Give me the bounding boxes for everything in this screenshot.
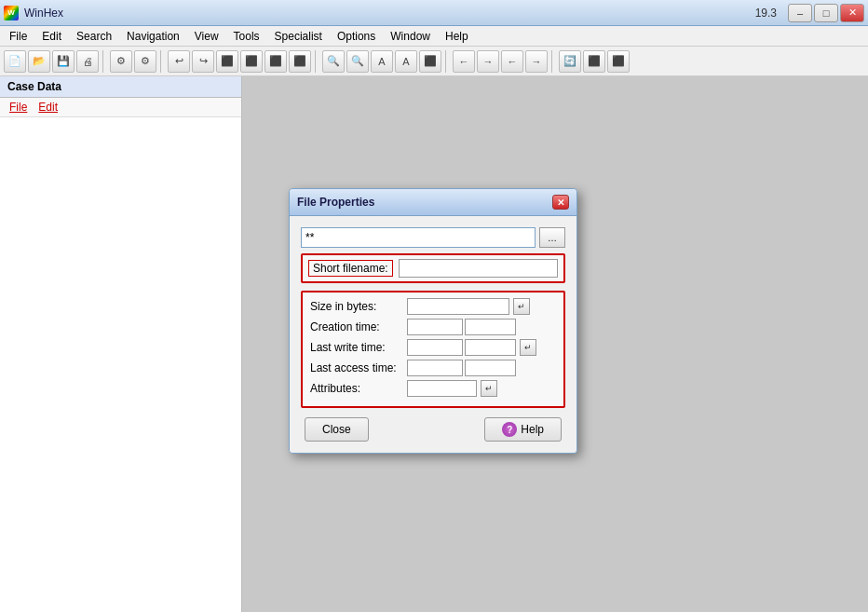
menu-bar: File Edit Search Navigation View Tools S… bbox=[0, 26, 868, 47]
size-edit-button[interactable]: ↵ bbox=[513, 298, 530, 315]
sidebar-menu: File Edit bbox=[0, 98, 241, 117]
size-input[interactable] bbox=[407, 298, 509, 315]
short-filename-section: Short filename: bbox=[301, 253, 565, 283]
sidebar: Case Data File Edit bbox=[0, 76, 242, 612]
tb-btn21[interactable]: → bbox=[525, 50, 548, 73]
creation-time-row: Creation time: bbox=[310, 319, 556, 335]
creation-time-inputs bbox=[407, 319, 516, 335]
tb-btn16[interactable]: A bbox=[395, 50, 417, 73]
version-label: 19.3 bbox=[755, 7, 777, 20]
minimize-button[interactable]: – bbox=[788, 4, 812, 22]
menu-tools[interactable]: Tools bbox=[226, 28, 267, 45]
attributes-edit-button[interactable]: ↵ bbox=[481, 380, 497, 397]
creation-date-input[interactable] bbox=[407, 319, 463, 335]
close-button[interactable]: ✕ bbox=[840, 4, 864, 22]
last-write-time-input[interactable] bbox=[465, 339, 516, 356]
content-area: File Properties ✕ … Short filename: bbox=[242, 76, 868, 612]
tb-btn24[interactable]: ⬛ bbox=[607, 50, 630, 73]
tb-btn11[interactable]: ⬛ bbox=[264, 50, 287, 73]
menu-help[interactable]: Help bbox=[438, 28, 476, 45]
last-access-time-input[interactable] bbox=[465, 360, 516, 376]
filename-input[interactable] bbox=[301, 227, 536, 248]
filename-row: … bbox=[301, 227, 565, 248]
last-access-inputs bbox=[407, 360, 516, 376]
write-time-edit-button[interactable]: ↵ bbox=[520, 339, 536, 356]
last-access-date-input[interactable] bbox=[407, 360, 463, 376]
tb-btn9[interactable]: ⬛ bbox=[216, 50, 238, 73]
last-access-row: Last access time: bbox=[310, 360, 556, 376]
attributes-row: Attributes: ↵ bbox=[310, 380, 556, 397]
dialog-close-icon[interactable]: ✕ bbox=[552, 195, 569, 210]
toolbar-sep-5 bbox=[551, 50, 555, 73]
tb-btn14[interactable]: 🔍 bbox=[346, 50, 369, 73]
dialog-overlay: File Properties ✕ … Short filename: bbox=[242, 76, 868, 612]
tb-btn19[interactable]: → bbox=[477, 50, 499, 73]
maximize-button[interactable]: □ bbox=[814, 4, 838, 22]
app-title: WinHex bbox=[24, 7, 63, 20]
tb-new[interactable]: 📄 bbox=[4, 50, 26, 73]
menu-options[interactable]: Options bbox=[330, 28, 383, 45]
dialog-buttons: Close ? Help bbox=[301, 417, 565, 442]
dialog-body: … Short filename: Size in bytes: ↵ bbox=[290, 216, 576, 453]
menu-navigation[interactable]: Navigation bbox=[119, 28, 187, 45]
last-write-date-input[interactable] bbox=[407, 339, 463, 356]
tb-btn7[interactable]: ↩ bbox=[168, 50, 190, 73]
tb-btn13[interactable]: 🔍 bbox=[322, 50, 345, 73]
size-label: Size in bytes: bbox=[310, 300, 403, 313]
creation-time-input[interactable] bbox=[465, 319, 516, 335]
toolbar: 📄 📂 💾 🖨 ⚙ ⚙ ↩ ↪ ⬛ ⬛ ⬛ ⬛ 🔍 🔍 A A ⬛ ← → ← … bbox=[0, 47, 868, 76]
attributes-label: Attributes: bbox=[310, 382, 403, 395]
creation-time-label: Creation time: bbox=[310, 320, 403, 333]
dialog-titlebar: File Properties ✕ bbox=[290, 189, 576, 216]
last-access-label: Last access time: bbox=[310, 361, 403, 374]
tb-btn17[interactable]: ⬛ bbox=[419, 50, 441, 73]
tb-btn23[interactable]: ⬛ bbox=[583, 50, 605, 73]
tb-refresh[interactable]: 🔄 bbox=[559, 50, 581, 73]
tb-btn12[interactable]: ⬛ bbox=[289, 50, 311, 73]
menu-edit[interactable]: Edit bbox=[34, 28, 69, 45]
sidebar-edit[interactable]: Edit bbox=[33, 100, 63, 115]
tb-save[interactable]: 💾 bbox=[52, 50, 75, 73]
title-bar: W WinHex 19.3 – □ ✕ bbox=[0, 0, 868, 26]
toolbar-sep-3 bbox=[315, 50, 319, 73]
tb-btn10[interactable]: ⬛ bbox=[240, 50, 263, 73]
last-write-label: Last write time: bbox=[310, 341, 403, 354]
menu-specialist[interactable]: Specialist bbox=[267, 28, 330, 45]
main-area: Case Data File Edit File Properties ✕ bbox=[0, 76, 868, 612]
menu-window[interactable]: Window bbox=[383, 28, 438, 45]
tb-btn18[interactable]: ← bbox=[453, 50, 475, 73]
short-filename-input[interactable] bbox=[399, 259, 558, 278]
size-row: Size in bytes: ↵ bbox=[310, 298, 556, 315]
menu-search[interactable]: Search bbox=[69, 28, 119, 45]
close-button[interactable]: Close bbox=[305, 417, 369, 442]
toolbar-sep-4 bbox=[445, 50, 449, 73]
last-write-row: Last write time: ↵ bbox=[310, 339, 556, 356]
toolbar-sep-2 bbox=[160, 50, 164, 73]
browse-button[interactable]: … bbox=[539, 227, 565, 248]
file-properties-dialog: File Properties ✕ … Short filename: bbox=[289, 188, 577, 454]
tb-btn5[interactable]: ⚙ bbox=[110, 50, 132, 73]
attributes-input[interactable] bbox=[407, 380, 477, 397]
tb-btn8[interactable]: ↪ bbox=[192, 50, 214, 73]
window-controls: – □ ✕ bbox=[788, 4, 864, 22]
help-icon: ? bbox=[502, 422, 517, 437]
sidebar-file[interactable]: File bbox=[4, 100, 33, 115]
properties-section: Size in bytes: ↵ Creation time: bbox=[301, 291, 565, 408]
menu-view[interactable]: View bbox=[187, 28, 226, 45]
tb-btn15[interactable]: A bbox=[371, 50, 393, 73]
tb-btn6[interactable]: ⚙ bbox=[134, 50, 156, 73]
toolbar-sep-1 bbox=[102, 50, 106, 73]
app-icon: W bbox=[4, 6, 19, 20]
short-filename-label: Short filename: bbox=[308, 260, 393, 277]
tb-btn20[interactable]: ← bbox=[501, 50, 523, 73]
tb-print[interactable]: 🖨 bbox=[76, 50, 99, 73]
dialog-title: File Properties bbox=[297, 196, 374, 209]
tb-open[interactable]: 📂 bbox=[28, 50, 50, 73]
sidebar-header: Case Data bbox=[0, 76, 241, 98]
last-write-inputs bbox=[407, 339, 516, 356]
help-button[interactable]: ? Help bbox=[484, 417, 562, 442]
menu-file[interactable]: File bbox=[2, 28, 34, 45]
